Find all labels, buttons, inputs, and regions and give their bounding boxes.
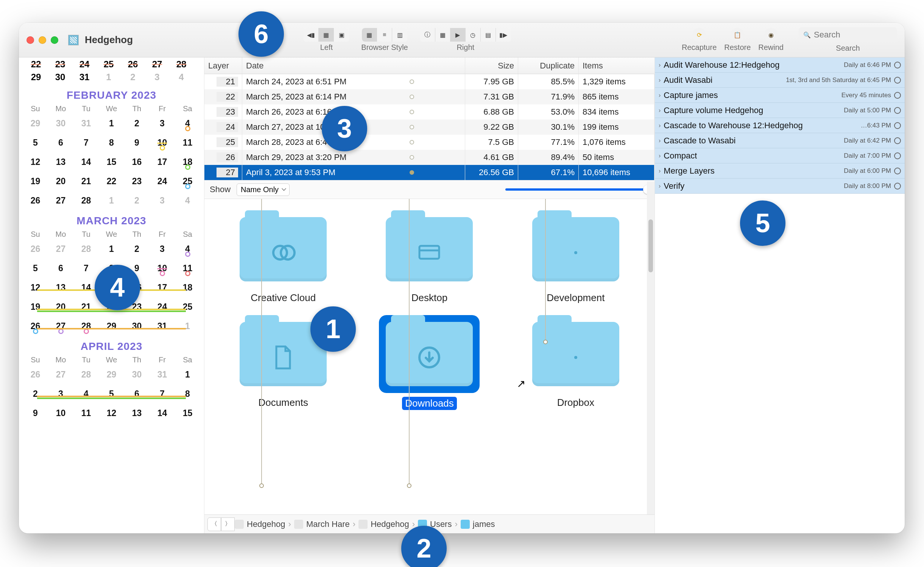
layer-table-body[interactable]: 21 March 24, 2023 at 6:51 PM 7.95 GB 85.… <box>204 74 654 180</box>
view-list-button[interactable]: ≡ <box>377 28 392 42</box>
calendar-day[interactable]: 16 <box>124 152 150 172</box>
calendar-day[interactable]: 7 <box>73 259 99 278</box>
task-row[interactable]: › Capture james Every 45 minutes <box>655 88 905 103</box>
calendar-day[interactable]: 6 <box>48 133 73 152</box>
col-size[interactable]: Size <box>465 57 518 74</box>
calendar-day[interactable]: 31 <box>150 317 175 336</box>
task-row[interactable]: › Verify Daily at 8:00 PM <box>655 179 905 194</box>
calendar-day[interactable]: 21 <box>73 172 99 191</box>
calendar-day[interactable]: 5 <box>99 384 124 404</box>
calendar-day[interactable]: 31 <box>73 114 99 133</box>
calendar-day[interactable]: 19 <box>23 297 48 317</box>
task-row[interactable]: › Cascade to Wasabi Daily at 6:42 PM <box>655 133 905 148</box>
calendar-day[interactable]: 20 <box>48 297 73 317</box>
calendar-day[interactable]: 3 <box>150 239 175 259</box>
calendar-day[interactable]: 10 <box>150 133 175 152</box>
col-date[interactable]: Date <box>242 57 465 74</box>
calendar-day[interactable]: 11 <box>175 259 200 278</box>
calendar-day[interactable]: 15 <box>99 152 124 172</box>
col-duplicate[interactable]: Duplicate <box>518 57 579 74</box>
calendar-day[interactable]: 14 <box>150 404 175 423</box>
show-mode-select[interactable]: Name Only <box>237 183 290 196</box>
calendar-day[interactable]: 27 <box>48 191 73 210</box>
view-icons-button[interactable]: ▦ <box>362 28 377 42</box>
calendar-day[interactable]: 18 <box>175 278 200 297</box>
calendar-day[interactable]: 8 <box>175 384 200 404</box>
task-row[interactable]: › Capture volume Hedgehog Daily at 5:00 … <box>655 103 905 118</box>
calendar-day[interactable]: 28 <box>73 191 99 210</box>
calendar-day[interactable]: 26 <box>23 365 48 384</box>
path-segment[interactable]: Hedgehog <box>371 519 409 529</box>
calendar-day[interactable]: 26 <box>23 239 48 259</box>
right-panel-collapse-button[interactable]: ▮▶ <box>496 28 511 42</box>
task-row[interactable]: › Compact Daily at 7:00 PM <box>655 148 905 163</box>
calendar-day[interactable]: 20 <box>48 172 73 191</box>
calendar-day[interactable]: 13 <box>48 152 73 172</box>
tasks-panel[interactable]: › Audit Warehouse 12:Hedgehog Daily at 6… <box>655 57 905 533</box>
task-row[interactable]: › Merge Layers Daily at 6:00 PM <box>655 163 905 179</box>
calendar-day[interactable]: 4 <box>73 384 99 404</box>
calendar-day[interactable]: 15 <box>175 404 200 423</box>
view-columns-button[interactable]: ▥ <box>392 28 407 42</box>
calendar-day[interactable]: 2 <box>124 114 150 133</box>
calendar-day[interactable]: 18 <box>175 152 200 172</box>
calendar-day[interactable]: 7 <box>73 133 99 152</box>
calendar-day[interactable]: 31 <box>150 365 175 384</box>
folder-item[interactable]: ↗Dropbox <box>505 315 647 410</box>
close-icon[interactable] <box>26 36 34 44</box>
layer-row[interactable]: 23 March 26, 2023 at 6:16 PM 6.88 GB 53.… <box>204 104 654 120</box>
calendar-day[interactable]: 30 <box>48 114 73 133</box>
calendar-day[interactable]: 19 <box>23 172 48 191</box>
calendar-day[interactable]: 28 <box>73 365 99 384</box>
left-panel-collapse-button[interactable]: ◀▮ <box>304 28 319 42</box>
calendar-day[interactable]: 7 <box>150 384 175 404</box>
folder-item[interactable]: Desktop <box>358 210 500 304</box>
calendar-day[interactable]: 4 <box>175 114 200 133</box>
folder-item[interactable]: Downloads <box>358 315 500 410</box>
calendar-day[interactable]: 27 <box>48 239 73 259</box>
calendar-day[interactable]: 9 <box>23 404 48 423</box>
right-doc-button[interactable]: ▤ <box>481 28 496 42</box>
task-row[interactable]: › Audit Warehouse 12:Hedgehog Daily at 6… <box>655 57 905 73</box>
calendar-day[interactable]: 3 <box>150 191 175 210</box>
calendar-day[interactable]: 8 <box>99 133 124 152</box>
calendar-day[interactable]: 17 <box>150 278 175 297</box>
calendar-day[interactable]: 10 <box>150 259 175 278</box>
path-segment[interactable]: james <box>473 519 495 529</box>
col-items[interactable]: Items <box>579 57 654 74</box>
calendar-day[interactable]: 22 <box>99 172 124 191</box>
calendar-day[interactable]: 13 <box>124 404 150 423</box>
calendar-day[interactable]: 11 <box>175 133 200 152</box>
calendar-day[interactable]: 1 <box>99 114 124 133</box>
calendar-day[interactable]: 1 <box>175 317 200 336</box>
calendar-day[interactable]: 24 <box>150 172 175 191</box>
calendar-day[interactable]: 24 <box>150 297 175 317</box>
calendar-day[interactable]: 6 <box>124 384 150 404</box>
calendar-day[interactable]: 28 <box>73 239 99 259</box>
layer-row[interactable]: 21 March 24, 2023 at 6:51 PM 7.95 GB 85.… <box>204 74 654 89</box>
calendar-day[interactable]: 1 <box>99 191 124 210</box>
layer-row[interactable]: 24 March 27, 2023 at 10:25 PM 9.22 GB 30… <box>204 120 654 135</box>
right-grid-button[interactable]: ▦ <box>435 28 450 42</box>
calendar-day[interactable]: 29 <box>99 317 124 336</box>
calendar-day[interactable]: 29 <box>23 114 48 133</box>
breadcrumb[interactable]: Hedgehog›March Hare›Hedgehog›Users›james <box>235 519 495 529</box>
calendar-day[interactable]: 12 <box>23 278 48 297</box>
calendar-day[interactable]: 3 <box>48 384 73 404</box>
layer-row[interactable]: 26 March 29, 2023 at 3:20 PM 4.61 GB 89.… <box>204 150 654 165</box>
search-field[interactable]: 🔍 <box>799 27 897 42</box>
task-row[interactable]: › Cascade to Warehouse 12:Hedgehog …6:43… <box>655 118 905 133</box>
calendar-day[interactable]: 9 <box>124 133 150 152</box>
calendar-day[interactable]: 27 <box>48 317 73 336</box>
right-clock-button[interactable]: ◷ <box>466 28 481 42</box>
left-panel-calendar-button[interactable]: ▦ <box>319 28 334 42</box>
back-button[interactable]: 〈 <box>207 517 221 531</box>
calendar-day[interactable]: 17 <box>150 152 175 172</box>
calendar-day[interactable]: 25 <box>175 297 200 317</box>
path-segment[interactable]: March Hare <box>306 519 350 529</box>
calendar-day[interactable]: 13 <box>48 278 73 297</box>
calendar-day[interactable]: 29 <box>99 365 124 384</box>
calendar-day[interactable]: 2 <box>124 239 150 259</box>
calendar-day[interactable]: 1 <box>99 239 124 259</box>
calendar-day[interactable]: 10 <box>48 404 73 423</box>
